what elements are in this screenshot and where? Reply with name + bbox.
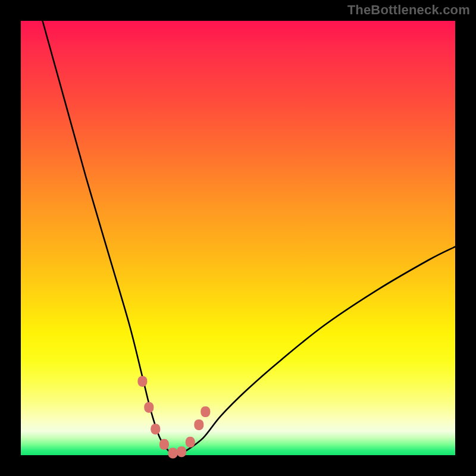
chart-frame: TheBottleneck.com — [0, 0, 476, 476]
bottleneck-curve — [43, 21, 456, 455]
marker-dot — [137, 376, 147, 387]
marker-dot — [177, 446, 186, 457]
plot-area — [21, 21, 455, 455]
marker-dot — [168, 447, 178, 458]
marker-dot — [159, 439, 169, 450]
marker-dot — [144, 402, 154, 413]
watermark-text: TheBottleneck.com — [347, 2, 470, 18]
marker-dot — [151, 424, 160, 434]
curve-layer — [21, 21, 455, 455]
marker-dot — [194, 419, 203, 430]
marker-dot — [186, 437, 195, 447]
marker-dot — [201, 406, 210, 417]
marker-group — [137, 376, 210, 459]
